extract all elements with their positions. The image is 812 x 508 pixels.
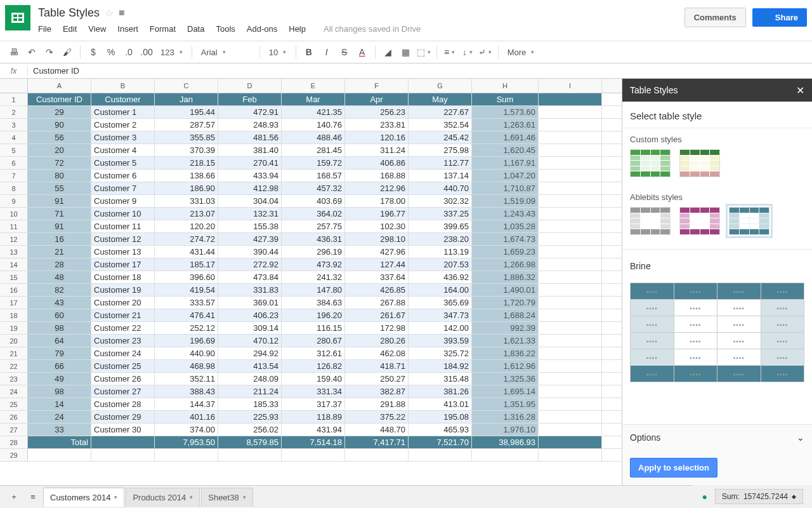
cell[interactable]: 29 xyxy=(28,106,91,118)
cell[interactable]: 168.57 xyxy=(282,170,345,182)
cell[interactable]: 38,986.93 xyxy=(472,436,539,448)
number-format-dropdown[interactable]: 123 xyxy=(157,48,187,57)
row-header[interactable]: 16 xyxy=(0,284,28,296)
cell[interactable]: 127.44 xyxy=(345,258,409,271)
cell[interactable]: 401.16 xyxy=(155,411,218,423)
cell[interactable]: Customer 21 xyxy=(91,309,155,321)
cell[interactable]: 275.98 xyxy=(409,144,472,156)
cell[interactable]: 298.10 xyxy=(345,233,409,245)
cell[interactable]: 302.32 xyxy=(409,195,472,207)
col-header-b[interactable]: B xyxy=(91,79,155,93)
bold-icon[interactable]: B xyxy=(301,44,317,60)
cell[interactable]: 66 xyxy=(28,360,91,372)
cell[interactable]: 382.87 xyxy=(345,385,409,398)
cell[interactable]: 294.92 xyxy=(218,347,282,359)
folder-icon[interactable]: ■ xyxy=(119,7,125,18)
row-header[interactable]: 4 xyxy=(0,131,28,144)
cell[interactable]: 1,688.24 xyxy=(472,309,539,321)
cell[interactable]: 7,417.71 xyxy=(345,436,409,448)
cell[interactable]: 440.70 xyxy=(409,182,472,194)
cell[interactable]: 64 xyxy=(28,335,91,347)
cell[interactable]: 137.14 xyxy=(409,170,472,182)
col-header-f[interactable]: F xyxy=(345,79,409,93)
cell[interactable]: 21 xyxy=(28,246,91,258)
cell[interactable]: 406.86 xyxy=(345,157,409,169)
cell[interactable]: 1,620.45 xyxy=(472,144,539,156)
row-header[interactable]: 20 xyxy=(0,335,28,347)
cell[interactable]: 227.67 xyxy=(409,106,472,118)
cell[interactable]: 468.98 xyxy=(155,360,218,372)
cell[interactable]: 281.45 xyxy=(282,144,345,156)
cell[interactable]: May xyxy=(409,93,472,105)
redo-icon[interactable]: ↷ xyxy=(42,44,57,60)
cell[interactable]: 267.88 xyxy=(345,297,409,309)
cell[interactable]: 1,263.61 xyxy=(472,119,539,131)
cell[interactable]: 248.93 xyxy=(218,119,282,131)
row-header[interactable]: 19 xyxy=(0,322,28,334)
h-align-icon[interactable]: ≡ xyxy=(442,44,457,60)
cell[interactable]: 257.75 xyxy=(282,220,345,232)
row-header[interactable]: 25 xyxy=(0,398,28,410)
cell[interactable]: 178.00 xyxy=(345,195,409,207)
cell[interactable]: 1,351.95 xyxy=(472,398,539,410)
cell[interactable]: Customer 10 xyxy=(91,208,155,220)
cell[interactable]: 126.82 xyxy=(282,360,345,372)
cell[interactable]: 337.64 xyxy=(345,271,409,283)
document-title[interactable]: Table Styles xyxy=(38,6,100,20)
cell[interactable]: Customer 30 xyxy=(91,424,155,436)
cell[interactable]: 1,621.33 xyxy=(472,335,539,347)
cell[interactable]: 1,266.98 xyxy=(472,258,539,271)
col-header-c[interactable]: C xyxy=(155,79,218,93)
cell[interactable]: 381.26 xyxy=(409,385,472,398)
cell[interactable]: 436.92 xyxy=(409,271,472,283)
cell[interactable]: 384.63 xyxy=(282,297,345,309)
cell[interactable]: 431.44 xyxy=(155,246,218,258)
menu-addons[interactable]: Add-ons xyxy=(247,24,277,34)
cell[interactable]: 256.23 xyxy=(345,106,409,118)
cell[interactable]: 1,691.46 xyxy=(472,131,539,144)
comments-button[interactable]: Comments xyxy=(684,8,746,27)
cell[interactable]: Customer 29 xyxy=(91,411,155,423)
sheet-tab-sheet38[interactable]: Sheet38▾ xyxy=(201,488,252,507)
cell[interactable]: 7,953.50 xyxy=(155,436,218,448)
col-header-e[interactable]: E xyxy=(282,79,345,93)
cell[interactable]: 406.23 xyxy=(218,309,282,321)
decrease-decimal-icon[interactable]: .0 xyxy=(121,44,136,60)
cell[interactable]: 399.65 xyxy=(409,220,472,232)
cell[interactable]: 1,659.23 xyxy=(472,246,539,258)
percent-icon[interactable]: % xyxy=(103,44,119,60)
cell[interactable]: 261.67 xyxy=(345,309,409,321)
cell[interactable]: 1,047.20 xyxy=(472,170,539,182)
borders-icon[interactable]: ▦ xyxy=(398,44,414,60)
cell[interactable]: 347.73 xyxy=(409,309,472,321)
col-header-d[interactable]: D xyxy=(218,79,282,93)
cell[interactable]: Feb xyxy=(218,93,282,105)
cell[interactable]: 43 xyxy=(28,297,91,309)
cell[interactable]: 390.44 xyxy=(218,246,282,258)
cell[interactable]: 185.33 xyxy=(218,398,282,410)
cell[interactable]: 426.85 xyxy=(345,284,409,296)
cell[interactable]: 369.01 xyxy=(218,297,282,309)
menu-tools[interactable]: Tools xyxy=(216,24,235,34)
cell[interactable]: 1,519.09 xyxy=(472,195,539,207)
cell[interactable]: Sum xyxy=(472,93,539,105)
chevron-down-icon[interactable]: ▾ xyxy=(190,494,193,500)
cell[interactable]: 1,976.10 xyxy=(472,424,539,436)
cell[interactable]: Customer 13 xyxy=(91,246,155,258)
cell[interactable]: 185.17 xyxy=(155,258,218,271)
cell[interactable]: 462.08 xyxy=(345,347,409,359)
cell[interactable]: 112.77 xyxy=(409,157,472,169)
row-header[interactable]: 14 xyxy=(0,258,28,271)
cell[interactable]: 1,167.91 xyxy=(472,157,539,169)
cell[interactable]: 195.44 xyxy=(155,106,218,118)
cell[interactable]: 48 xyxy=(28,271,91,283)
cell[interactable]: 364.02 xyxy=(282,208,345,220)
apply-to-selection-button[interactable]: Apply to selection xyxy=(630,458,717,478)
currency-icon[interactable]: $ xyxy=(86,44,101,60)
cell[interactable]: 388.43 xyxy=(155,385,218,398)
cell[interactable]: Customer 4 xyxy=(91,144,155,156)
cell[interactable]: 476.41 xyxy=(155,309,218,321)
row-header[interactable]: 18 xyxy=(0,309,28,321)
row-header[interactable]: 13 xyxy=(0,246,28,258)
cell[interactable]: 207.53 xyxy=(409,258,472,271)
